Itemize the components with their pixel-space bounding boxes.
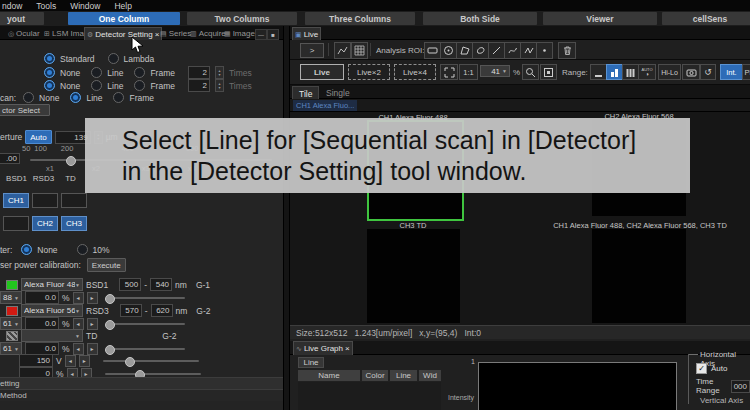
layout-button-cellsens[interactable]: cellSens (662, 12, 750, 25)
tab-single[interactable]: Single (320, 86, 356, 99)
hv-decrement-icon[interactable]: ◂ (65, 355, 76, 367)
seq2-spinner-arrows-icon[interactable]: ▴▾ (215, 79, 224, 92)
one-to-one-button[interactable]: 1:1 (459, 64, 478, 80)
dye1-from-field[interactable]: 500 (119, 278, 141, 291)
radio-seq1-none[interactable] (44, 67, 55, 78)
roi-line-button[interactable] (488, 42, 505, 59)
seq2-times-field[interactable]: 2 (188, 79, 210, 92)
layout-button-viewer[interactable]: Viewer (543, 12, 657, 25)
dye2-dropdown[interactable]: Alexa Fluor 568 ▼ (21, 304, 83, 317)
roi-polygon-button[interactable] (456, 42, 473, 59)
seq1-times-field[interactable]: 2 (188, 66, 210, 79)
laser2-increment-icon[interactable]: ▸ (87, 318, 98, 330)
radio-standard[interactable] (44, 53, 55, 64)
laser2-slider[interactable] (107, 323, 185, 325)
radio-lambda[interactable] (108, 53, 119, 64)
time-range-field[interactable]: 000 (731, 380, 750, 393)
radio-filter-10[interactable] (77, 244, 88, 255)
panel-float-button[interactable]: ■ (267, 29, 279, 40)
layout-button-both-side[interactable]: Both Side (423, 12, 537, 25)
laser1-slider-knob[interactable] (105, 294, 115, 304)
radio-scan-frame[interactable] (113, 92, 124, 103)
tab-detector-setting[interactable]: ⚙ Detector Setting × (84, 27, 162, 41)
seq1-spinner-arrows-icon[interactable]: ▴▾ (215, 66, 224, 79)
laser3-decrement-icon[interactable]: ◂ (73, 343, 84, 355)
laser3-increment-icon[interactable]: ▸ (87, 343, 98, 355)
hv-increment-icon[interactable]: ▸ (79, 355, 90, 367)
channel-ch2-button[interactable]: CH2 (32, 216, 58, 231)
channel-empty-cell[interactable] (61, 193, 87, 208)
layout-button-two-columns[interactable]: Two Columns (187, 12, 297, 25)
tile-overlay[interactable] (592, 229, 686, 323)
laser1-slider[interactable] (107, 297, 185, 299)
laser1-dropdown[interactable]: 88 ▼ (0, 291, 22, 304)
laser3-slider-knob[interactable] (105, 345, 115, 355)
radio-seq2-none[interactable] (44, 80, 55, 91)
laser1-decrement-icon[interactable]: ◂ (73, 292, 84, 304)
tab-tile[interactable]: Tile (292, 86, 319, 100)
zoom-level-dropdown[interactable]: 41 ▼ (480, 65, 510, 77)
fit-to-window-button[interactable] (440, 64, 458, 80)
laser2-decrement-icon[interactable]: ◂ (73, 318, 84, 330)
graph-plot-area[interactable] (478, 362, 677, 410)
detector-select-button[interactable]: ctor Select (0, 104, 50, 116)
channel-ch3-button[interactable]: CH3 (61, 216, 87, 231)
roi-polyline-button[interactable] (520, 42, 537, 59)
menu-help[interactable]: Help (114, 1, 131, 11)
section-header-setting[interactable]: etting (0, 377, 283, 389)
radio-seq1-line[interactable] (91, 67, 102, 78)
radio-scan-line[interactable] (70, 92, 81, 103)
snapshot-button[interactable] (682, 64, 700, 80)
range-mid-button[interactable] (606, 64, 623, 80)
offset-slider[interactable] (105, 373, 201, 375)
tab-live[interactable]: ▣ Live (292, 27, 321, 41)
channel-empty-cell[interactable] (32, 193, 58, 208)
laser1-value-field[interactable]: 0.0 (25, 291, 59, 304)
zoom-tool-button[interactable] (522, 64, 539, 80)
range-high-button[interactable] (622, 64, 639, 80)
section-header-method[interactable]: Method (0, 389, 283, 401)
panel-minimize-button[interactable]: — (255, 29, 267, 40)
frame-view-button[interactable] (540, 64, 557, 80)
live-x2-button[interactable]: Live×2 (348, 64, 390, 80)
tab-live-graph-close-icon[interactable]: × (345, 344, 350, 353)
tile-ch3[interactable] (367, 229, 460, 323)
hv-slider[interactable] (103, 360, 199, 362)
dye1-dropdown[interactable]: Alexa Fluor 488 ▼ (21, 278, 83, 291)
hv-slider-knob[interactable] (125, 357, 135, 367)
range-low-button[interactable] (590, 64, 607, 80)
aperture-readout-field[interactable]: .00 (0, 153, 20, 164)
measure-tool-button[interactable] (334, 42, 351, 59)
execute-button[interactable]: Execute (87, 258, 126, 272)
dye3-dropdown[interactable]: ▼ (21, 329, 83, 342)
menu-window-cut[interactable]: ndow (2, 1, 22, 11)
channel-empty-cell[interactable] (3, 216, 29, 231)
photon-mode-button[interactable]: Photon (742, 64, 750, 80)
panel-splitter[interactable] (283, 26, 290, 410)
menu-tools[interactable]: Tools (36, 1, 56, 11)
intensity-mode-button[interactable]: Int. (720, 64, 743, 80)
live-button[interactable]: Live (300, 64, 344, 80)
radio-seq1-frame[interactable] (134, 67, 145, 78)
layout-button-one-column[interactable]: One Column (68, 12, 180, 25)
reset-button[interactable]: ↺ (700, 64, 716, 80)
layout-button-layout[interactable]: yout (0, 12, 44, 25)
grid-view-button[interactable] (351, 42, 368, 59)
graph-col-color[interactable]: Color (362, 370, 388, 381)
channel-ch1-button[interactable]: CH1 (3, 193, 29, 208)
image-tab-ch1[interactable]: CH1 Alexa Fluo... (293, 100, 357, 111)
aperture-auto-button[interactable]: Auto (25, 130, 51, 144)
layout-button-three-columns[interactable]: Three Columns (305, 12, 415, 25)
laser3-slider[interactable] (107, 348, 185, 350)
laser1-increment-icon[interactable]: ▸ (87, 292, 98, 304)
range-auto-button[interactable]: AUTO ◑ (638, 64, 656, 80)
roi-ellipse-button[interactable] (440, 42, 457, 59)
menu-window[interactable]: Window (70, 1, 100, 11)
graph-col-width[interactable]: Wid (419, 370, 441, 381)
graph-col-line[interactable]: Line (390, 370, 417, 381)
tab-ocular[interactable]: ◎ Ocular (6, 27, 42, 40)
roi-curve-button[interactable] (504, 42, 521, 59)
radio-seq2-line[interactable] (91, 80, 102, 91)
radio-filter-none[interactable] (21, 244, 32, 255)
live-x4-button[interactable]: Live×4 (394, 64, 436, 80)
